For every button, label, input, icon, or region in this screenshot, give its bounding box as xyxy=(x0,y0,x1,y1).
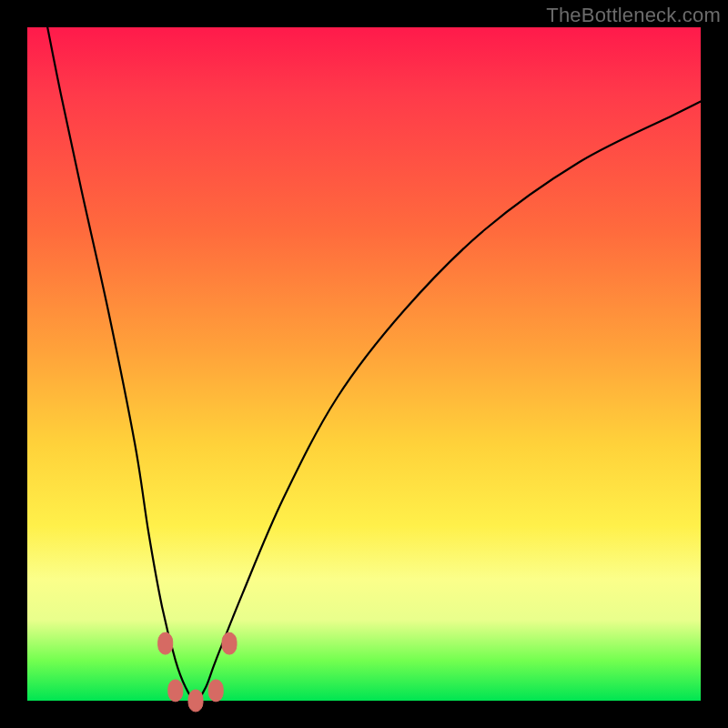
plot-area xyxy=(27,27,701,701)
watermark-text: TheBottleneck.com xyxy=(546,4,721,27)
chart-frame: TheBottleneck.com xyxy=(0,0,728,728)
bottleneck-curve xyxy=(47,27,701,701)
valley-markers xyxy=(158,632,237,712)
valley-marker xyxy=(188,690,203,712)
valley-marker xyxy=(158,632,173,654)
valley-marker xyxy=(208,680,223,702)
valley-marker xyxy=(222,632,237,654)
curve-layer xyxy=(27,27,701,701)
valley-marker xyxy=(168,680,183,702)
